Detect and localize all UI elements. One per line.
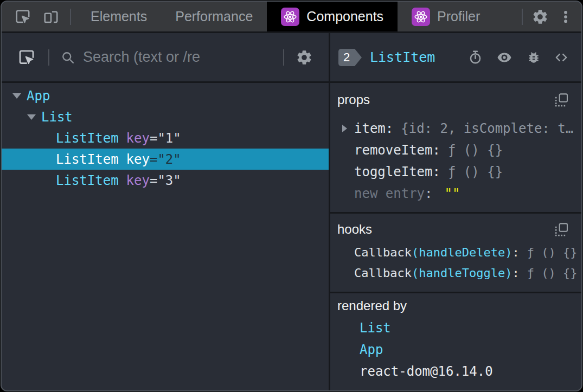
tree-item-app[interactable]: App bbox=[2, 85, 329, 106]
key-value: ="1" bbox=[150, 131, 181, 146]
renderer-version: react-dom@16.14.0 bbox=[360, 364, 493, 379]
rendered-by-app[interactable]: App bbox=[360, 339, 568, 361]
prop-row-item[interactable]: item:{id: 2, isComplete: t… bbox=[337, 118, 568, 139]
copy-icon[interactable] bbox=[555, 93, 568, 107]
rendered-by-title: rendered by bbox=[337, 298, 407, 313]
expand-icon[interactable] bbox=[342, 125, 347, 132]
colon: : bbox=[433, 143, 440, 158]
colon: : bbox=[512, 246, 519, 259]
hook-args: (handleToggle) bbox=[412, 266, 512, 280]
rendered-by-list[interactable]: List bbox=[360, 317, 568, 339]
prop-row-removeitem[interactable]: removeItem:ƒ () {} bbox=[337, 139, 568, 161]
key-attribute: key bbox=[126, 131, 150, 146]
owner-link[interactable]: App bbox=[360, 342, 383, 357]
colon: : bbox=[425, 186, 432, 201]
key-value: ="3" bbox=[150, 173, 181, 188]
key-attribute: key bbox=[126, 173, 150, 188]
topbar-right-controls bbox=[522, 7, 574, 27]
tab-components[interactable]: Components bbox=[267, 2, 398, 31]
components-panel: App List ListItemkey="1" ListItemkey="2"… bbox=[2, 33, 581, 390]
owner-link[interactable]: List bbox=[360, 320, 391, 336]
hooks-section: hooks Callback(handleDelete):ƒ () {} Cal… bbox=[330, 214, 581, 293]
component-tree: App List ListItemkey="1" ListItemkey="2"… bbox=[2, 83, 329, 390]
badge-count: 2 bbox=[343, 50, 350, 65]
search-box bbox=[60, 49, 270, 66]
tab-performance[interactable]: Performance bbox=[161, 2, 267, 31]
component-tree-panel: App List ListItemkey="1" ListItemkey="2"… bbox=[2, 33, 329, 390]
expander-icon[interactable] bbox=[24, 114, 39, 120]
settings-gear-icon[interactable] bbox=[295, 48, 313, 67]
prop-row-new-entry[interactable]: new entry:"" bbox=[337, 183, 568, 204]
tree-item-list[interactable]: List bbox=[2, 106, 329, 127]
new-entry-value[interactable]: "" bbox=[445, 186, 460, 201]
new-entry-name[interactable]: new entry bbox=[354, 186, 425, 201]
prop-name: removeItem bbox=[354, 143, 433, 158]
component-name: ListItem bbox=[56, 173, 119, 188]
key-attribute: key bbox=[126, 152, 150, 167]
hook-args: (handleDelete) bbox=[412, 246, 512, 259]
bug-icon[interactable] bbox=[526, 50, 541, 65]
tab-label: Elements bbox=[91, 9, 147, 24]
device-toolbar-icon[interactable] bbox=[43, 9, 59, 25]
toolbar-separator bbox=[283, 49, 284, 66]
hook-row-handledelete[interactable]: Callback(handleDelete):ƒ () {} bbox=[337, 242, 568, 262]
component-name: App bbox=[27, 88, 50, 104]
prop-row-toggleitem[interactable]: toggleItem:ƒ () {} bbox=[337, 161, 568, 183]
component-name: ListItem bbox=[56, 152, 119, 167]
tab-label: Components bbox=[306, 9, 383, 24]
tab-profiler[interactable]: Profiler bbox=[398, 2, 494, 31]
inspector-header: 2 ListItem bbox=[330, 33, 581, 83]
prop-name: toggleItem bbox=[354, 164, 433, 179]
tree-item-listitem-1[interactable]: ListItemkey="1" bbox=[2, 127, 329, 149]
props-section-title: props bbox=[337, 92, 370, 107]
prop-value: ƒ () {} bbox=[448, 143, 503, 158]
tab-label: Profiler bbox=[437, 9, 480, 24]
owners-count-badge: 2 bbox=[338, 49, 355, 66]
devtools-tab-bar: Elements Performance Components Profiler bbox=[2, 2, 581, 33]
search-icon bbox=[60, 50, 75, 65]
prop-value: ƒ () {} bbox=[448, 164, 503, 179]
devtools-tabs: Elements Performance Components Profiler bbox=[76, 2, 494, 31]
tree-toolbar bbox=[2, 33, 329, 83]
toolbar-separator bbox=[70, 9, 71, 25]
key-value: ="2" bbox=[150, 152, 181, 167]
view-source-icon[interactable] bbox=[554, 50, 568, 65]
prop-name: item bbox=[354, 121, 386, 136]
stopwatch-icon[interactable] bbox=[467, 50, 483, 65]
tab-label: Performance bbox=[175, 9, 253, 24]
colon: : bbox=[512, 266, 519, 280]
component-name: List bbox=[41, 110, 73, 125]
selected-component-title: ListItem bbox=[370, 49, 435, 65]
tree-item-listitem-2[interactable]: ListItemkey="2" bbox=[2, 149, 329, 170]
hook-value: ƒ () {} bbox=[527, 246, 578, 259]
eye-icon[interactable] bbox=[496, 49, 512, 66]
colon: : bbox=[433, 164, 440, 179]
react-logo-icon bbox=[281, 8, 299, 26]
hook-value: ƒ () {} bbox=[527, 266, 578, 280]
hook-name: Callback bbox=[354, 266, 412, 280]
prop-value: {id: 2, isComplete: t… bbox=[401, 121, 573, 136]
rendered-by-react-dom: react-dom@16.14.0 bbox=[360, 361, 568, 382]
props-section: props item:{id: 2, isComplete: t… remove… bbox=[330, 83, 581, 214]
rendered-by-section: rendered by List App react-dom@16.14.0 bbox=[330, 293, 581, 390]
react-logo-icon bbox=[412, 8, 430, 26]
toolbar-separator bbox=[522, 9, 523, 25]
inspector-actions bbox=[467, 49, 568, 66]
settings-gear-icon[interactable] bbox=[530, 7, 550, 27]
tree-item-listitem-3[interactable]: ListItemkey="3" bbox=[2, 170, 329, 191]
inspect-element-icon[interactable] bbox=[15, 9, 31, 25]
search-input[interactable] bbox=[83, 49, 270, 66]
expander-icon[interactable] bbox=[9, 93, 24, 99]
kebab-menu-icon[interactable] bbox=[558, 8, 574, 26]
inspect-component-icon[interactable] bbox=[18, 49, 35, 66]
hooks-section-title: hooks bbox=[337, 222, 372, 237]
tab-elements[interactable]: Elements bbox=[76, 2, 161, 31]
toolbar-separator bbox=[48, 49, 49, 66]
devtools-window: Elements Performance Components Profiler bbox=[1, 1, 582, 391]
hook-name: Callback bbox=[354, 246, 412, 259]
component-inspector-panel: 2 ListItem bbox=[330, 33, 581, 390]
colon: : bbox=[386, 121, 393, 136]
component-name: ListItem bbox=[56, 131, 119, 146]
hook-row-handletoggle[interactable]: Callback(handleToggle):ƒ () {} bbox=[337, 262, 568, 283]
copy-icon[interactable] bbox=[555, 223, 568, 236]
